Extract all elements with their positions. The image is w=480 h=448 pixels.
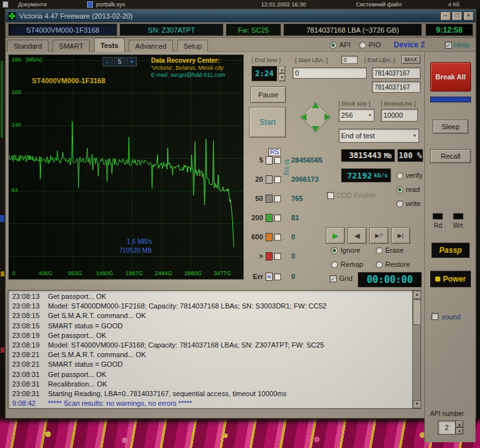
grid-checkbox[interactable]: ✓ [330,275,337,282]
skip-end-button[interactable]: ▶| [391,227,410,244]
read-label: read [406,186,420,193]
bucket-log-checkbox[interactable] [274,234,281,241]
max-lba-button[interactable]: MAX [401,55,420,64]
tab-smart[interactable]: SMART [52,40,90,52]
read-radio[interactable] [396,186,403,193]
desktop-file-size: 4 Кб [448,1,460,8]
tab-setup[interactable]: Setup [177,40,209,52]
pio-radio[interactable] [359,42,366,49]
erase-radio[interactable] [376,247,383,254]
api-number-down-button[interactable]: ▼ [456,428,463,435]
ddd-enable-checkbox[interactable] [327,192,334,199]
start-lba-field[interactable]: 0 [292,67,367,79]
power-button[interactable]: Power [430,271,471,287]
seek-down-icon[interactable] [312,126,319,132]
api-radio[interactable] [330,42,337,49]
verify-radio[interactable] [396,172,403,179]
play-button[interactable]: ▶ [326,227,345,244]
step-back-button[interactable]: ◀ [348,227,367,244]
sound-label: sound [442,313,461,321]
tab-standard[interactable]: Standard [7,40,49,52]
device-label: Device 2 [394,40,425,49]
log-line: 23:08:19Get passport... OK [12,332,420,341]
end-time-up-button[interactable]: ▲ [278,66,285,74]
dropdown-icon[interactable]: ▼ [413,133,417,138]
bucket-count: 81 [291,214,299,221]
x-tick: 1490G [96,271,113,276]
seek-query-button[interactable]: ▶? [369,227,388,244]
bucket-bar [266,233,273,241]
ddd-enable-label: DDD Enable [337,191,376,199]
sound-checkbox[interactable] [431,313,438,320]
hints-checkbox[interactable]: ✓ [445,42,452,49]
end-lba-field[interactable]: 7814037167 [372,67,420,79]
maximize-button[interactable]: □ [452,12,462,20]
seek-left-icon[interactable] [301,113,307,121]
bucket-log-checkbox[interactable] [274,273,281,280]
bucket-log-checkbox[interactable] [274,214,281,221]
tab-advanced[interactable]: Advanced [129,40,173,52]
passport-button[interactable]: Passp [431,243,470,258]
scale-minus-button[interactable]: - [102,57,113,67]
grid-label: Grid [339,275,353,282]
start-button[interactable]: Start [249,107,286,138]
x-tick: 496G [38,271,52,276]
drive-model-display: ST4000VM000-1F3168 [8,24,117,36]
speed-graph: 196 (Mb/s) 168 140 112 84 0 496G 993G 14… [8,54,244,280]
start-lba-small-field[interactable]: 0 [341,56,358,64]
rs-link[interactable]: RS [268,148,281,156]
seek-pad[interactable] [298,99,333,135]
log-scrollbar[interactable]: ▲ ▼ [412,291,420,408]
block-size-label: [ block size ] [339,100,371,107]
restore-radio[interactable] [376,261,383,268]
bucket-log-checkbox[interactable] [274,157,281,164]
end-lba-field-2[interactable]: 7814037167 [372,81,420,93]
scroll-down-icon[interactable]: ▼ [413,400,421,408]
scrollbar-thumb[interactable] [413,300,421,325]
log-line: 23:08:21Get S.M.A.R.T. command... OK [12,351,420,360]
scale-plus-button[interactable]: + [127,57,137,67]
restore-label: Restore [385,260,410,268]
log-area: 23:08:13Get passport... OK 23:08:13Model… [8,290,421,409]
sleep-button[interactable]: Sleep [433,120,468,134]
desktop-file-type: Системний файл [356,1,401,8]
x-tick: 3477G [214,271,231,276]
seek-up-icon[interactable] [312,102,319,108]
test-action-combo[interactable]: End of test ▼ [339,129,419,143]
scroll-up-icon[interactable]: ▲ [413,291,421,299]
start-lba-label: [ Start LBA: ] [295,57,328,63]
seek-right-icon[interactable] [324,113,330,121]
graph-drive-label: ST4000VM000-1F3168 [32,77,105,84]
ignore-radio[interactable] [331,247,338,254]
bucket-label: > [249,252,263,260]
drive-info-bar: ST4000VM000-1F3168 SN: Z307ATPT Fw: SC25… [6,22,476,38]
bucket-bar [266,252,273,260]
clock-display: 9:12:58 [426,24,473,36]
close-button[interactable]: × [463,12,474,20]
timeout-label: [ timeout,ms ] [381,100,415,107]
desktop-file-name[interactable]: porttalk.sys [96,1,125,8]
desktop-edge-artifact [1,61,3,138]
bucket-log-checkbox[interactable] [274,176,281,183]
dropdown-icon[interactable]: ▼ [368,113,372,118]
pause-button[interactable]: Pause [250,86,286,103]
bucket-log-checkbox[interactable] [274,195,281,202]
end-time-down-button[interactable]: ▼ [278,74,285,81]
desktop-file-date: 12.01.2002 16:30 [261,1,306,8]
write-label: write [406,200,420,207]
write-radio[interactable] [396,200,403,207]
recall-button[interactable]: Recall [430,149,471,163]
x-tick: 993G [68,271,82,276]
block-size-combo[interactable]: 256 ▼ [339,109,374,122]
tab-tests[interactable]: Tests [94,38,125,52]
title-bar[interactable]: Victoria 4.47 Freeware (2013-02-20) – □ … [6,10,476,22]
remap-radio[interactable] [331,261,338,268]
y-tick: 112 [12,155,20,161]
api-number-up-button[interactable]: ▲ [456,420,463,428]
break-all-button[interactable]: Break All [430,62,471,92]
graph-unit-label: (Mb/s) [26,57,42,63]
api-number-field[interactable]: 2 [438,420,456,435]
bucket-log-checkbox[interactable] [274,253,281,260]
timeout-field[interactable]: 10000 [381,109,418,122]
minimize-button[interactable]: – [440,12,451,20]
